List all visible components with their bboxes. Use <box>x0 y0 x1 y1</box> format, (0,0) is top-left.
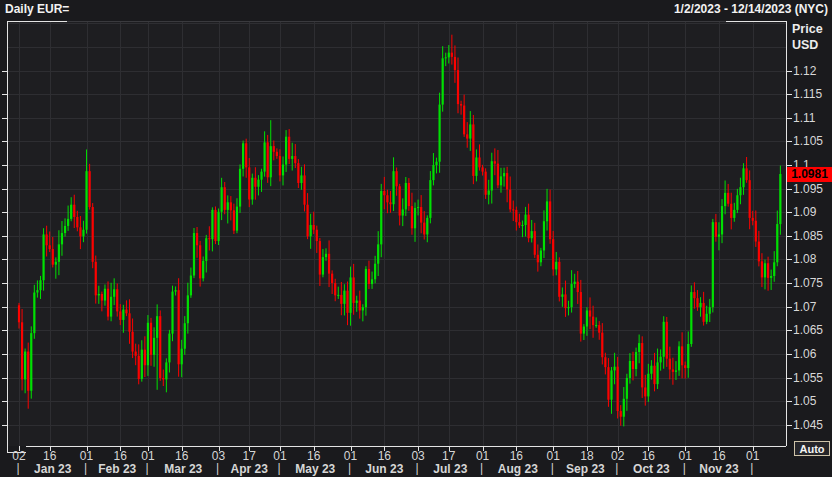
candle-body <box>503 173 505 176</box>
candle-body <box>144 350 146 366</box>
candle-body <box>675 370 677 371</box>
candle-body <box>254 178 256 187</box>
candle-body <box>116 289 118 311</box>
candle-body <box>592 317 594 326</box>
candle-body <box>420 207 422 223</box>
candle-body <box>509 190 511 210</box>
candle-body <box>368 269 370 284</box>
x-axis-month-label: Apr 23 <box>219 462 279 476</box>
auto-scale-button[interactable]: Auto <box>794 441 830 456</box>
candle-body <box>653 366 655 384</box>
candle-body <box>374 264 376 280</box>
candle-body <box>291 156 293 159</box>
candle-body <box>752 218 754 221</box>
x-axis-month-label: Jan 23 <box>23 462 83 476</box>
candle-body <box>233 210 235 230</box>
candle-body <box>546 201 548 221</box>
candle-body <box>638 343 640 352</box>
candle-body <box>761 261 763 277</box>
candle-body <box>365 269 367 307</box>
candle-body <box>709 307 711 314</box>
candle-body <box>451 53 453 57</box>
candle-body <box>472 124 474 175</box>
candle-body <box>650 366 652 374</box>
candle-body <box>353 277 355 303</box>
candle-body <box>276 152 278 156</box>
x-axis-month-label: Jul 23 <box>420 462 480 476</box>
candle-body <box>776 224 778 262</box>
candle-body <box>319 241 321 275</box>
candle-body <box>494 161 496 163</box>
candle-body <box>745 168 747 180</box>
candle-body <box>755 221 757 242</box>
candle-body <box>85 171 87 230</box>
month-separator: | <box>348 461 350 475</box>
candle-body <box>150 323 152 355</box>
x-axis-month-label: Feb 23 <box>87 462 147 476</box>
candle-body <box>131 332 133 352</box>
candle-body <box>693 292 695 298</box>
candle-body <box>601 333 603 358</box>
candle-body <box>282 165 284 176</box>
x-axis-month-label: Aug 23 <box>488 462 548 476</box>
candle-body <box>159 316 161 378</box>
candle-body <box>613 367 615 371</box>
candle-body <box>429 180 431 218</box>
candle-body <box>577 282 579 292</box>
candle-body <box>248 167 250 199</box>
plot-area <box>7 21 786 446</box>
candle-body <box>515 210 517 222</box>
y-axis-label: 1.085 <box>793 229 832 243</box>
candle-body <box>589 310 591 316</box>
candle-body <box>294 156 296 163</box>
candle-body <box>61 233 63 244</box>
candle-body <box>389 202 391 204</box>
candle-body <box>141 350 143 379</box>
candle-body <box>405 183 407 209</box>
candlestick-chart[interactable] <box>0 0 832 477</box>
candle-body <box>408 183 410 206</box>
candle-body <box>770 276 772 278</box>
candle-body <box>764 263 766 277</box>
x-axis-day-label: 16 <box>37 449 63 463</box>
candle-body <box>138 356 140 379</box>
candle-body <box>101 294 103 301</box>
month-separator: | <box>750 461 752 475</box>
candle-body <box>399 186 401 215</box>
y-axis-label: 1.055 <box>793 371 832 385</box>
candle-body <box>537 255 539 263</box>
candle-body <box>193 233 195 276</box>
candle-body <box>147 323 149 366</box>
month-separator: | <box>551 461 553 475</box>
candle-body <box>767 263 769 278</box>
x-axis-day-label: 18 <box>574 449 600 463</box>
candle-body <box>119 311 121 320</box>
candle-body <box>334 283 336 295</box>
candle-body <box>531 231 533 238</box>
candle-body <box>463 106 465 135</box>
candle-body <box>469 124 471 138</box>
candle-body <box>196 233 198 245</box>
x-axis-day-label: 16 <box>635 449 661 463</box>
y-axis-label: 1.095 <box>793 182 832 196</box>
candle-body <box>721 206 723 234</box>
candle-body <box>620 411 622 417</box>
x-axis-month-label: Sep 23 <box>555 462 615 476</box>
candle-body <box>52 249 54 265</box>
candle-body <box>55 262 57 265</box>
candle-body <box>687 344 689 368</box>
candle-body <box>325 254 327 257</box>
y-axis-label: 1.065 <box>793 323 832 337</box>
candle-body <box>497 164 499 186</box>
candle-body <box>383 191 385 195</box>
candle-body <box>512 209 514 210</box>
candle-body <box>128 313 130 331</box>
candle-body <box>485 172 487 195</box>
candle-body <box>162 378 164 379</box>
candle-body <box>36 290 38 292</box>
candle-body <box>736 195 738 210</box>
candle-body <box>432 165 434 180</box>
candle-body <box>681 346 683 365</box>
candle-body <box>217 212 219 241</box>
candle-body <box>39 280 41 290</box>
